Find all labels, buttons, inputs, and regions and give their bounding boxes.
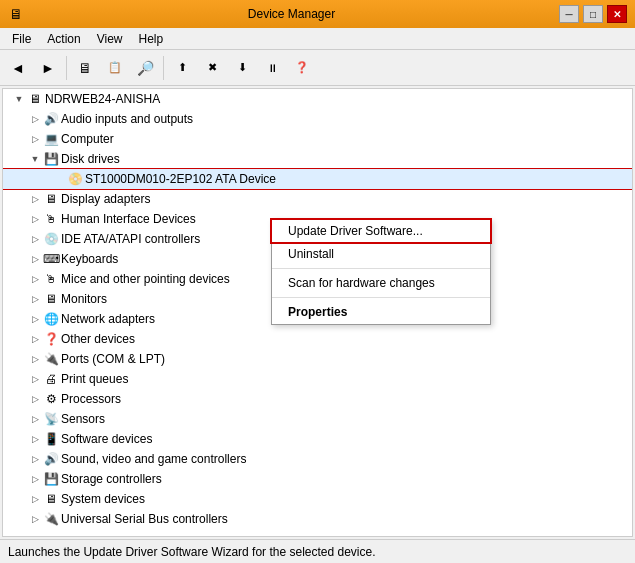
sensors-expand-icon[interactable]: ▷ bbox=[27, 411, 43, 427]
print-expand-icon[interactable]: ▷ bbox=[27, 371, 43, 387]
menu-file[interactable]: File bbox=[4, 30, 39, 48]
other-expand-icon[interactable]: ▷ bbox=[27, 331, 43, 347]
root-label: NDRWEB24-ANISHA bbox=[45, 92, 160, 106]
network-icon: 🌐 bbox=[43, 311, 59, 327]
toolbar-disable-button[interactable]: ⏸ bbox=[258, 54, 286, 82]
display-icon: 🖥 bbox=[43, 191, 59, 207]
ctx-uninstall-label: Uninstall bbox=[288, 247, 334, 261]
ctx-scan[interactable]: Scan for hardware changes bbox=[272, 271, 490, 295]
minimize-button[interactable]: ─ bbox=[559, 5, 579, 23]
toolbar-back-button[interactable]: ◄ bbox=[4, 54, 32, 82]
hid-label: Human Interface Devices bbox=[61, 212, 196, 226]
app-icon: 🖥 bbox=[8, 6, 24, 22]
ctx-scan-label: Scan for hardware changes bbox=[288, 276, 435, 290]
processors-expand-icon[interactable]: ▷ bbox=[27, 391, 43, 407]
software-devices-icon: 📱 bbox=[43, 431, 59, 447]
menu-bar: File Action View Help bbox=[0, 28, 635, 50]
hid-icon: 🖱 bbox=[43, 211, 59, 227]
software-devices-expand-icon[interactable]: ▷ bbox=[27, 431, 43, 447]
keyboards-expand-icon[interactable]: ▷ bbox=[27, 251, 43, 267]
restore-button[interactable]: □ bbox=[583, 5, 603, 23]
tree-storage[interactable]: ▷ 💾 Storage controllers bbox=[3, 469, 632, 489]
usb-label: Universal Serial Bus controllers bbox=[61, 512, 228, 526]
tree-st1000[interactable]: 📀 ST1000DM010-2EP102 ATA Device bbox=[3, 169, 632, 189]
tree-processors[interactable]: ▷ ⚙ Processors bbox=[3, 389, 632, 409]
ide-expand-icon[interactable]: ▷ bbox=[27, 231, 43, 247]
print-icon: 🖨 bbox=[43, 371, 59, 387]
tree-usb[interactable]: ▷ 🔌 Universal Serial Bus controllers bbox=[3, 509, 632, 529]
ports-expand-icon[interactable]: ▷ bbox=[27, 351, 43, 367]
toolbar-uninstall-button[interactable]: ✖ bbox=[198, 54, 226, 82]
disk-icon: 💾 bbox=[43, 151, 59, 167]
tree-software-devices[interactable]: ▷ 📱 Software devices bbox=[3, 429, 632, 449]
root-computer-icon: 🖥 bbox=[27, 91, 43, 107]
ctx-uninstall[interactable]: Uninstall bbox=[272, 242, 490, 266]
sound-label: Sound, video and game controllers bbox=[61, 452, 246, 466]
system-icon: 🖥 bbox=[43, 491, 59, 507]
status-text: Launches the Update Driver Software Wiza… bbox=[8, 545, 376, 559]
monitors-icon: 🖥 bbox=[43, 291, 59, 307]
status-bar: Launches the Update Driver Software Wiza… bbox=[0, 539, 635, 563]
menu-action[interactable]: Action bbox=[39, 30, 88, 48]
toolbar-update-button[interactable]: ⬆ bbox=[168, 54, 196, 82]
tree-sensors[interactable]: ▷ 📡 Sensors bbox=[3, 409, 632, 429]
tree-other-devices[interactable]: ▷ ❓ Other devices bbox=[3, 329, 632, 349]
tree-system[interactable]: ▷ 🖥 System devices bbox=[3, 489, 632, 509]
toolbar-computer-button[interactable]: 🖥 bbox=[71, 54, 99, 82]
mice-label: Mice and other pointing devices bbox=[61, 272, 230, 286]
disk-label: Disk drives bbox=[61, 152, 120, 166]
sound-icon: 🔊 bbox=[43, 451, 59, 467]
tree-disk-drives[interactable]: ▼ 💾 Disk drives bbox=[3, 149, 632, 169]
ctx-update-driver[interactable]: Update Driver Software... bbox=[272, 220, 490, 242]
toolbar-rollback-button[interactable]: ⬇ bbox=[228, 54, 256, 82]
sensors-icon: 📡 bbox=[43, 411, 59, 427]
hid-expand-icon[interactable]: ▷ bbox=[27, 211, 43, 227]
computer-expand-icon[interactable]: ▷ bbox=[27, 131, 43, 147]
toolbar-separator-1 bbox=[66, 56, 67, 80]
display-expand-icon[interactable]: ▷ bbox=[27, 191, 43, 207]
ctx-properties[interactable]: Properties bbox=[272, 300, 490, 324]
display-label: Display adapters bbox=[61, 192, 150, 206]
st1000-icon: 📀 bbox=[67, 171, 83, 187]
menu-help[interactable]: Help bbox=[131, 30, 172, 48]
ctx-separator-1 bbox=[272, 268, 490, 269]
keyboards-label: Keyboards bbox=[61, 252, 118, 266]
title-bar: 🖥 Device Manager ─ □ ✕ bbox=[0, 0, 635, 28]
network-expand-icon[interactable]: ▷ bbox=[27, 311, 43, 327]
root-expand-icon[interactable]: ▼ bbox=[11, 91, 27, 107]
tree-audio[interactable]: ▷ 🔊 Audio inputs and outputs bbox=[3, 109, 632, 129]
tree-print[interactable]: ▷ 🖨 Print queues bbox=[3, 369, 632, 389]
tree-ports[interactable]: ▷ 🔌 Ports (COM & LPT) bbox=[3, 349, 632, 369]
sound-expand-icon[interactable]: ▷ bbox=[27, 451, 43, 467]
usb-expand-icon[interactable]: ▷ bbox=[27, 511, 43, 527]
toolbar-forward-button[interactable]: ► bbox=[34, 54, 62, 82]
tree-display[interactable]: ▷ 🖥 Display adapters bbox=[3, 189, 632, 209]
tree-computer[interactable]: ▷ 💻 Computer bbox=[3, 129, 632, 149]
ide-label: IDE ATA/ATAPI controllers bbox=[61, 232, 200, 246]
storage-expand-icon[interactable]: ▷ bbox=[27, 471, 43, 487]
menu-view[interactable]: View bbox=[89, 30, 131, 48]
window-controls: ─ □ ✕ bbox=[559, 5, 627, 23]
monitors-label: Monitors bbox=[61, 292, 107, 306]
keyboards-icon: ⌨ bbox=[43, 251, 59, 267]
monitors-expand-icon[interactable]: ▷ bbox=[27, 291, 43, 307]
tree-sound[interactable]: ▷ 🔊 Sound, video and game controllers bbox=[3, 449, 632, 469]
toolbar-scan-button[interactable]: 🔎 bbox=[131, 54, 159, 82]
device-tree[interactable]: ▼ 🖥 NDRWEB24-ANISHA ▷ 🔊 Audio inputs and… bbox=[2, 88, 633, 537]
close-button[interactable]: ✕ bbox=[607, 5, 627, 23]
toolbar-help-button[interactable]: ❓ bbox=[288, 54, 316, 82]
ports-label: Ports (COM & LPT) bbox=[61, 352, 165, 366]
toolbar-properties-button[interactable]: 📋 bbox=[101, 54, 129, 82]
storage-label: Storage controllers bbox=[61, 472, 162, 486]
mice-expand-icon[interactable]: ▷ bbox=[27, 271, 43, 287]
system-expand-icon[interactable]: ▷ bbox=[27, 491, 43, 507]
tree-root[interactable]: ▼ 🖥 NDRWEB24-ANISHA bbox=[3, 89, 632, 109]
context-menu: Update Driver Software... Uninstall Scan… bbox=[271, 219, 491, 325]
usb-icon: 🔌 bbox=[43, 511, 59, 527]
software-devices-label: Software devices bbox=[61, 432, 152, 446]
st1000-label: ST1000DM010-2EP102 ATA Device bbox=[85, 172, 276, 186]
processors-icon: ⚙ bbox=[43, 391, 59, 407]
ctx-properties-label: Properties bbox=[288, 305, 347, 319]
disk-expand-icon[interactable]: ▼ bbox=[27, 151, 43, 167]
audio-expand-icon[interactable]: ▷ bbox=[27, 111, 43, 127]
